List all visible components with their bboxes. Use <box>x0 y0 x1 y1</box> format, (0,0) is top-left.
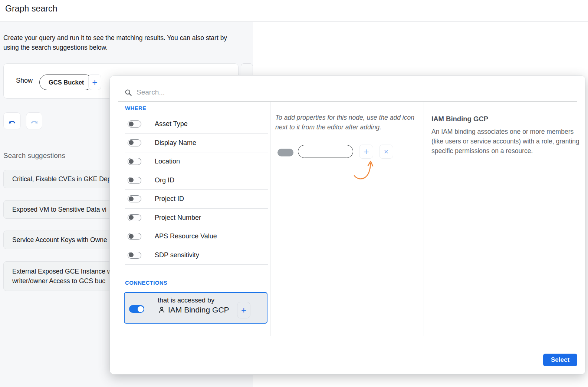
undo-icon <box>4 120 20 126</box>
column-divider-2 <box>424 102 424 336</box>
dialog-search-row <box>110 76 585 102</box>
remove-node-button[interactable]: × <box>379 145 393 159</box>
suggestions-title: Search suggestions <box>3 152 65 160</box>
where-row-asset-type[interactable]: Asset Type <box>125 115 268 134</box>
row-label: Org ID <box>155 176 174 184</box>
node-chip-gcs-bucket[interactable]: GCS Bucket <box>39 75 93 90</box>
redo-button[interactable] <box>26 112 42 129</box>
connection-text: that is accessed by IAM Binding GCP <box>158 297 229 314</box>
search-input[interactable] <box>137 86 374 99</box>
where-section-header: WHERE <box>125 105 146 111</box>
search-icon <box>125 89 132 98</box>
show-label: Show <box>16 77 33 85</box>
row-label: SDP sensitivity <box>155 251 199 259</box>
toggle-display-name[interactable] <box>128 139 141 146</box>
where-row-sdp-sensitivity[interactable]: SDP sensitivity <box>125 246 268 265</box>
connections-section-header: CONNECTIONS <box>125 280 167 286</box>
properties-instruction: To add properties for this node, use the… <box>275 113 414 132</box>
row-label: Project Number <box>155 214 201 222</box>
add-connection-button[interactable]: + <box>237 302 250 318</box>
column-divider-1 <box>270 102 270 336</box>
row-label: Location <box>155 158 180 165</box>
toggle-org-id[interactable] <box>128 177 141 184</box>
details-description: An IAM binding associates one or more me… <box>431 127 580 156</box>
connection-node-name: IAM Binding GCP <box>168 305 229 314</box>
search-underline <box>118 102 577 102</box>
where-rows: Asset Type Display Name Location Org ID … <box>125 115 268 265</box>
app-header: Graph search <box>0 0 588 22</box>
toggle-location[interactable] <box>128 158 141 165</box>
where-row-aps-resource-value[interactable]: APS Resource Value <box>125 227 268 246</box>
connection-row-iam-binding[interactable]: that is accessed by IAM Binding GCP + <box>124 292 267 324</box>
toggle-asset-type[interactable] <box>128 120 141 128</box>
where-row-display-name[interactable]: Display Name <box>125 134 268 153</box>
node-picker-dialog: WHERE Asset Type Display Name Location O… <box>110 76 585 374</box>
toggle-project-number[interactable] <box>128 214 141 221</box>
row-label: Display Name <box>155 139 196 147</box>
where-row-project-number[interactable]: Project Number <box>125 209 268 228</box>
redo-icon <box>26 120 42 126</box>
curved-arrow-annotation <box>352 156 375 184</box>
node-name-input[interactable] <box>298 145 353 158</box>
footer-divider <box>118 336 577 336</box>
where-row-project-id[interactable]: Project ID <box>125 190 268 209</box>
page-title: Graph search <box>5 4 58 14</box>
where-row-location[interactable]: Location <box>125 152 268 171</box>
select-button[interactable]: Select <box>543 354 577 366</box>
add-node-button[interactable]: + <box>88 74 101 90</box>
toggle-project-id[interactable] <box>128 195 141 202</box>
undo-button[interactable] <box>3 112 21 129</box>
toggle-sdp-sensitivity[interactable] <box>128 252 141 259</box>
connection-relation-label: that is accessed by <box>158 297 229 304</box>
details-title: IAM Binding GCP <box>431 115 488 123</box>
node-handle-pill <box>277 149 293 156</box>
person-icon <box>158 306 166 314</box>
where-row-org-id[interactable]: Org ID <box>125 171 268 190</box>
toggle-iam-binding[interactable] <box>129 305 144 313</box>
row-label: Project ID <box>155 195 184 203</box>
toggle-aps-resource-value[interactable] <box>128 233 141 240</box>
intro-text: Create your query and run it to see the … <box>3 33 233 52</box>
row-label: APS Resource Value <box>155 232 217 240</box>
row-label: Asset Type <box>155 120 188 128</box>
